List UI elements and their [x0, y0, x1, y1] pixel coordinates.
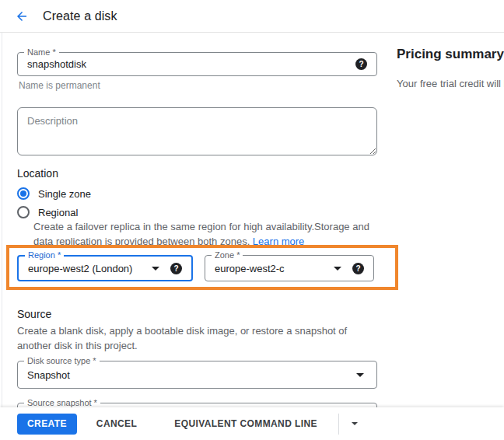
caret-down-icon[interactable] — [152, 267, 159, 271]
name-field-label: Name * — [24, 47, 59, 58]
disk-source-type-value: Snapshot — [27, 369, 356, 381]
source-description: Create a blank disk, apply a bootable di… — [17, 324, 373, 354]
disk-source-type-label: Disk source type * — [24, 356, 100, 366]
name-input[interactable] — [27, 58, 355, 70]
regional-description-text: Create a failover replica in the same re… — [33, 221, 369, 247]
equivalent-command-line-button[interactable]: EQUIVALENT COMMAND LINE — [164, 414, 327, 435]
single-zone-label: Single zone — [38, 188, 91, 200]
caret-down-icon — [352, 422, 358, 425]
source-snapshot-label: Source snapshot * — [24, 398, 100, 407]
region-label: Region * — [25, 250, 64, 260]
arrow-left-icon — [15, 9, 29, 23]
footer-divider — [338, 414, 339, 435]
single-zone-radio-row[interactable]: Single zone — [17, 187, 91, 200]
pricing-summary-text: Your free trial credit will be — [397, 78, 504, 89]
radio-selected-icon[interactable] — [17, 187, 30, 200]
pricing-summary-heading: Pricing summary — [397, 47, 504, 62]
source-heading: Source — [17, 308, 51, 320]
regional-description: Create a failover replica in the same re… — [33, 220, 385, 250]
back-button[interactable] — [11, 5, 33, 27]
name-field[interactable]: Name * ? — [17, 52, 377, 76]
action-bar: CREATE CANCEL EQUIVALENT COMMAND LINE — [0, 407, 504, 440]
help-icon[interactable]: ? — [352, 263, 364, 274]
region-value: europe-west2 (London) — [28, 263, 147, 274]
learn-more-link[interactable]: Learn more — [253, 236, 304, 247]
page-header: Create a disk — [0, 0, 504, 33]
description-textarea[interactable] — [17, 107, 377, 155]
help-icon[interactable]: ? — [355, 58, 367, 70]
name-hint: Name is permanent — [19, 80, 100, 91]
zone-value: europe-west2-c — [215, 263, 329, 274]
regional-radio-row[interactable]: Regional — [17, 206, 78, 218]
zone-select[interactable]: Zone * europe-west2-c ? — [205, 255, 374, 281]
panel-left-divider — [2, 33, 2, 407]
create-disk-page: Create a disk Name * ? Name is permanent… — [0, 0, 504, 440]
create-button[interactable]: CREATE — [17, 414, 77, 435]
help-icon[interactable]: ? — [170, 263, 182, 274]
region-select[interactable]: Region * europe-west2 (London) ? — [17, 255, 193, 281]
disk-source-type-select[interactable]: Disk source type * Snapshot — [17, 361, 377, 389]
caret-down-icon[interactable] — [334, 267, 341, 271]
source-snapshot-field-clipped: Source snapshot * — [17, 397, 377, 407]
caret-down-icon[interactable] — [356, 373, 364, 377]
page-title: Create a disk — [43, 9, 117, 23]
cancel-button[interactable]: CANCEL — [86, 414, 147, 435]
radio-unselected-icon[interactable] — [17, 206, 30, 218]
location-heading: Location — [17, 167, 58, 180]
zone-label: Zone * — [212, 250, 243, 260]
more-actions-button[interactable] — [345, 414, 364, 435]
regional-label: Regional — [38, 207, 78, 218]
